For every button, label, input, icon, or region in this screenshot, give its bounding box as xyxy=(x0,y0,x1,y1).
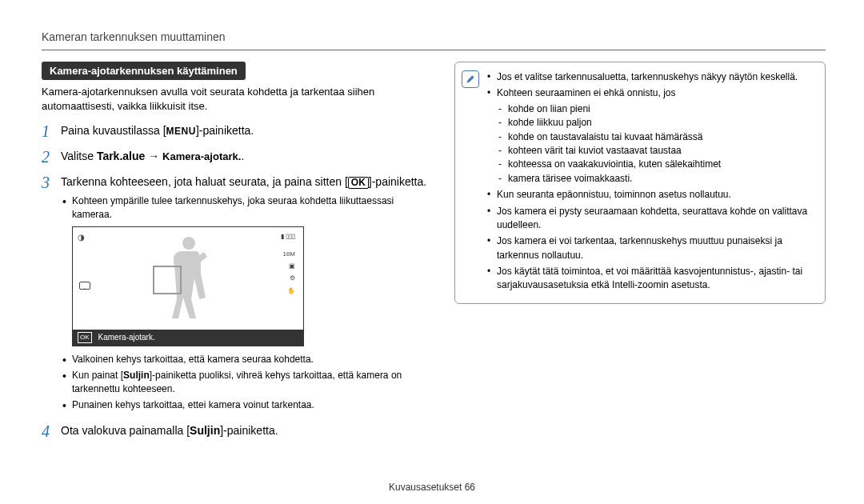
info-item: Kohteen seuraaminen ei ehkä onnistu, jos… xyxy=(487,86,815,186)
info-box: Jos et valitse tarkennusaluetta, tarkenn… xyxy=(454,62,826,304)
info-item: Jos kamera ei pysty seuraamaan kohdetta,… xyxy=(487,205,815,233)
camera-flash-icon: ⚙ xyxy=(282,272,295,284)
camera-stab-icon: ✋ xyxy=(282,285,295,297)
explain-red: Punainen kehys tarkoittaa, ettei kamera … xyxy=(61,398,432,412)
caption-ok-icon: OK xyxy=(78,332,92,343)
step-number-2: 2 xyxy=(42,148,61,166)
info-sub-item: kohde on taustavalaistu tai kuvaat hämär… xyxy=(498,130,815,144)
note-icon xyxy=(462,70,479,88)
divider xyxy=(42,50,826,50)
page-header: Kameran tarkennuksen muuttaminen xyxy=(42,30,826,43)
info-sub-item: kohde on liian pieni xyxy=(498,102,815,116)
step-3-text: Tarkenna kohteeseen, jota haluat seurata… xyxy=(61,174,432,414)
menu-chip: MENU xyxy=(166,125,196,138)
explain-white: Valkoinen kehys tarkoittaa, että kamera … xyxy=(61,353,432,366)
info-item: Jos kamera ei voi tarkentaa, tarkennuske… xyxy=(487,234,815,262)
step-number-4: 4 xyxy=(42,422,61,440)
step-4-text: Ota valokuva painamalla [Suljin]-painike… xyxy=(61,422,432,440)
step-3-bullet: Kohteen ympärille tulee tarkennuskehys, … xyxy=(61,194,432,222)
info-item: Jos et valitse tarkennusaluetta, tarkenn… xyxy=(487,70,815,84)
camera-preview: ◑ ▮ ▯▯▯ 16M ▣ ⚙ ✋ xyxy=(72,226,304,347)
info-sub-item: kamera tärisee voimakkaasti. xyxy=(498,172,815,186)
camera-icon-tr: ▮ ▯▯▯ xyxy=(281,232,295,241)
caption-label: Kamera-ajotark. xyxy=(98,332,155,344)
section-title: Kamera-ajotarkennuksen käyttäminen xyxy=(42,62,246,80)
explain-green: Kun painat [Suljin]-painiketta puoliksi,… xyxy=(61,369,432,396)
step-2-text: Valitse Tark.alue → Kamera-ajotark.. xyxy=(61,148,432,166)
step-1-text: Paina kuvaustilassa [MENU]-painiketta. xyxy=(61,122,432,140)
info-item: Jos käytät tätä toimintoa, et voi määrit… xyxy=(487,265,815,293)
intro-text: Kamera-ajotarkennuksen avulla voit seura… xyxy=(42,85,432,113)
page-footer: Kuvausasetukset 66 xyxy=(0,482,864,493)
camera-icon-tl: ◑ xyxy=(78,232,85,244)
info-sub-item: kohde liikkuu paljon xyxy=(498,116,815,130)
camera-res-icon: 16M xyxy=(282,248,295,260)
focus-frame xyxy=(153,266,182,294)
camera-quality-icon: ▣ xyxy=(282,260,295,272)
step-number-1: 1 xyxy=(42,122,61,140)
info-item: Kun seuranta epäonnistuu, toiminnon aset… xyxy=(487,188,815,202)
step-number-3: 3 xyxy=(42,174,61,414)
info-sub-item: kohteessa on vaakakuviointia, kuten säle… xyxy=(498,158,815,171)
camera-mode-icon xyxy=(79,282,90,290)
ok-chip: OK xyxy=(348,177,369,189)
info-sub-item: kohteen värit tai kuviot vastaavat taust… xyxy=(498,144,815,158)
